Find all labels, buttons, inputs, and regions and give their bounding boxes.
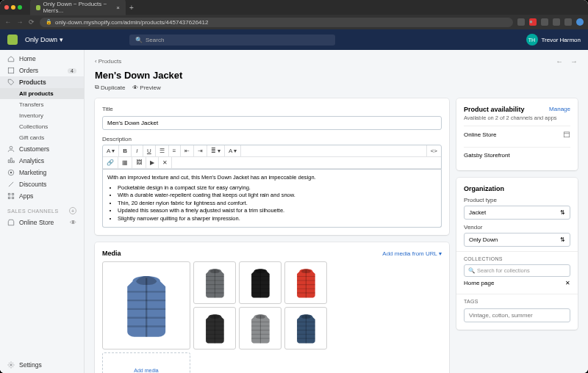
store-switcher[interactable]: Only Down▾: [25, 36, 63, 43]
product-type-label: Product type: [464, 197, 570, 203]
availability-card: Product availabilityManage Available on …: [456, 98, 578, 170]
remove-icon[interactable]: ✕: [565, 280, 570, 286]
search-input[interactable]: 🔍 Search: [129, 35, 335, 46]
add-media-tile[interactable]: Add mediaor drop files to upload: [102, 352, 190, 373]
image-button[interactable]: 🖼: [132, 157, 146, 168]
next-product-button[interactable]: →: [570, 57, 578, 65]
collections-search[interactable]: 🔍Search for collections: [464, 264, 570, 277]
description-editor[interactable]: With an improved texture and cut, this M…: [102, 170, 442, 228]
close-tab-icon[interactable]: ×: [116, 4, 120, 11]
number-list-button[interactable]: ≡: [169, 145, 181, 156]
orders-badge: 4: [68, 68, 76, 73]
sidebar-item-online-store[interactable]: Online Store👁: [0, 217, 84, 228]
sidebar-item-orders[interactable]: Orders4: [0, 65, 84, 76]
table-button[interactable]: ▦: [118, 157, 132, 168]
sales-channels-label: SALES CHANNELS: [7, 209, 59, 214]
reload-icon[interactable]: ⟳: [28, 18, 35, 26]
sidebar-item-settings[interactable]: Settings: [0, 357, 84, 373]
sidebar-item-customers[interactable]: Customers: [0, 143, 84, 155]
svg-rect-6: [8, 197, 10, 199]
duplicate-button[interactable]: ⧉Duplicate: [95, 84, 125, 91]
browser-chrome: Only Down ~ Products ~ Men's... × + ← → …: [0, 0, 588, 29]
preview-button[interactable]: 👁Preview: [132, 84, 160, 91]
tags-label: TAGS: [464, 299, 570, 304]
eye-icon[interactable]: 👁: [70, 219, 76, 226]
sidebar-item-marketing[interactable]: Marketing: [0, 167, 84, 178]
video-button[interactable]: ▶: [146, 157, 159, 168]
select-icon: ⇅: [560, 209, 565, 216]
prev-product-button[interactable]: ←: [556, 57, 563, 65]
vendor-select[interactable]: Only Down⇅: [464, 233, 570, 247]
sidebar-item-inventory[interactable]: Inventory: [0, 110, 84, 121]
search-icon: 🔍: [135, 37, 143, 43]
channel-gatsby[interactable]: Gatsby Storefront: [464, 147, 570, 163]
shopify-favicon: [36, 5, 40, 10]
manage-availability-button[interactable]: Manage: [549, 106, 570, 113]
media-thumbnail[interactable]: [239, 307, 282, 350]
collections-label: COLLECTIONS: [464, 256, 570, 261]
product-type-select[interactable]: Jacket⇅: [464, 206, 570, 220]
sidebar-item-gift-cards[interactable]: Gift cards: [0, 132, 84, 143]
address-bar[interactable]: 🔒 only-down.myshopify.com/admin/products…: [40, 18, 513, 27]
svg-point-3: [10, 172, 12, 174]
sidebar-item-products[interactable]: Products: [0, 76, 84, 88]
media-thumbnail[interactable]: [193, 307, 236, 350]
extensions[interactable]: ●: [517, 18, 584, 26]
add-media-url-button[interactable]: Add media from URL▾: [382, 250, 442, 257]
italic-button[interactable]: I: [132, 145, 143, 156]
title-input[interactable]: [102, 116, 442, 130]
sidebar-item-all-products[interactable]: All products: [0, 88, 84, 99]
clear-format-button[interactable]: ✕: [159, 157, 172, 168]
title-card: Title Description A ▾ B I U ☰ ≡ ⇤: [95, 98, 449, 235]
sidebar-item-apps[interactable]: Apps: [0, 190, 84, 202]
bullet-list-button[interactable]: ☰: [156, 145, 169, 156]
browser-tab[interactable]: Only Down ~ Products ~ Men's... ×: [30, 0, 126, 15]
outdent-button[interactable]: ⇤: [181, 145, 194, 156]
media-thumbnail[interactable]: [284, 307, 327, 350]
link-button[interactable]: 🔗: [103, 157, 118, 168]
discounts-icon: [7, 181, 15, 188]
window-controls[interactable]: [4, 5, 22, 10]
lock-icon: 🔒: [46, 19, 52, 25]
bold-button[interactable]: B: [119, 145, 132, 156]
sidebar-item-home[interactable]: Home: [0, 53, 84, 65]
indent-button[interactable]: ⇥: [194, 145, 207, 156]
shopify-logo[interactable]: [7, 35, 18, 45]
user-name: Trevor Harmon: [542, 37, 581, 43]
media-thumbnail[interactable]: [193, 261, 236, 304]
underline-button[interactable]: U: [143, 145, 156, 156]
media-thumbnail[interactable]: [102, 261, 190, 350]
sidebar-item-collections[interactable]: Collections: [0, 121, 84, 132]
sidebar-item-transfers[interactable]: Transfers: [0, 99, 84, 110]
html-button[interactable]: <>: [426, 145, 441, 156]
collection-item[interactable]: Home page✕: [464, 277, 570, 289]
home-icon: [7, 55, 15, 62]
vendor-label: Vendor: [464, 224, 570, 231]
font-select[interactable]: A ▾: [103, 145, 119, 156]
align-button[interactable]: ≣ ▾: [207, 145, 225, 156]
app-header: Only Down▾ 🔍 Search TH Trevor Harmon: [0, 29, 588, 50]
color-button[interactable]: A ▾: [225, 145, 241, 156]
tags-input[interactable]: [464, 308, 570, 322]
new-tab-button[interactable]: +: [129, 4, 134, 12]
tab-title: Only Down ~ Products ~ Men's...: [43, 1, 111, 14]
sidebar-item-analytics[interactable]: Analytics: [0, 155, 84, 167]
media-card: Media Add media from URL▾ Add mediaor dr…: [95, 242, 449, 373]
user-menu[interactable]: TH Trevor Harmon: [526, 34, 581, 46]
gear-icon: [7, 361, 15, 369]
svg-point-8: [10, 364, 12, 366]
analytics-icon: [7, 157, 15, 164]
channel-online-store[interactable]: Online Store: [464, 126, 570, 142]
add-channel-button[interactable]: +: [69, 207, 76, 214]
availability-title: Product availability: [464, 106, 525, 113]
organization-card: Organization Product type Jacket⇅ Vendor…: [456, 178, 578, 330]
page-title: Men's Down Jacket: [95, 70, 578, 81]
select-icon: ⇅: [560, 236, 565, 243]
svg-rect-4: [8, 193, 10, 195]
sidebar-item-discounts[interactable]: Discounts: [0, 178, 84, 190]
svg-rect-9: [564, 132, 570, 137]
breadcrumb-back[interactable]: ‹Products: [95, 58, 121, 65]
media-thumbnail[interactable]: [284, 261, 327, 304]
media-thumbnail[interactable]: [239, 261, 282, 304]
back-icon[interactable]: ←: [4, 18, 12, 26]
